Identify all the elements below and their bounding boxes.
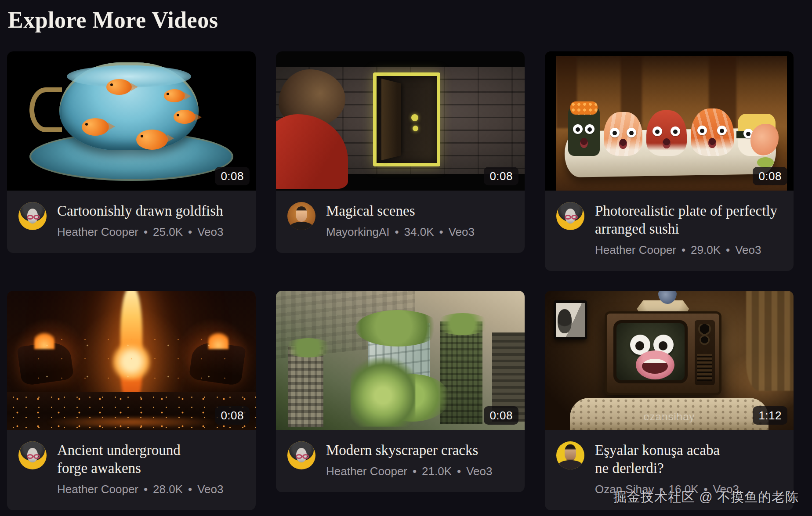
author-name[interactable]: MayorkingAI [326,225,390,239]
video-card[interactable]: 0:08 Photorealistic plate of perfectly a… [545,51,794,271]
view-count: 28.0K [153,483,183,496]
duration-badge: 1:12 [753,406,787,425]
cartoon-eye [585,124,594,134]
cartoon-eye [627,128,636,137]
video-thumbnail-tv[interactable]: ozansihay 1:12 [545,291,794,430]
bullet-separator: • [439,225,443,239]
glasses-icon [296,454,302,459]
card-text: Modern skyscraper cracks Heather Cooper … [326,441,492,478]
door-knob-illustration [411,114,418,121]
video-card[interactable]: 0:08 Cartoonishly drawn goldfish Heather… [7,51,256,253]
cartoon-mouth [619,139,627,149]
card-text: Eşyalar konuşa acaba ne derlerdi? Ozan S… [595,441,739,496]
chalk-door-illustration [373,72,440,166]
explore-videos-page: { "page": { "title": "Explore More Video… [0,0,812,516]
video-meta: MayorkingAI • 34.0K • Veo3 [326,225,475,239]
duration-badge: 0:08 [753,167,787,185]
model-label: Veo3 [197,483,223,496]
duration-badge: 0:08 [215,167,250,185]
bullet-separator: • [395,225,399,239]
brick-wall-illustration [276,67,525,174]
model-label: Veo3 [449,225,475,239]
bullet-separator: • [144,225,148,239]
model-label: Veo3 [466,465,492,478]
video-thumbnail-forge[interactable]: 0:08 [7,291,256,430]
bullet-separator: • [682,243,685,257]
tv-screen-illustration [613,320,688,383]
glasses-icon [302,454,309,459]
video-meta: Heather Cooper • 28.0K • Veo3 [57,483,223,496]
avatar[interactable] [556,202,584,230]
page-title: Explore More Videos [8,7,812,33]
video-title[interactable]: Modern skyscraper cracks [326,441,492,459]
bullet-separator: • [413,465,417,478]
cartoon-eye [652,126,662,136]
cartoon-eye [717,126,727,135]
author-name[interactable]: Heather Cooper [595,243,676,257]
rooftop-vegetation-illustration [283,338,333,357]
cartoon-eye [610,128,620,137]
cartoon-eye [671,126,680,136]
view-count: 25.0K [153,225,183,239]
cartoon-mouth [580,138,588,148]
avatar[interactable] [287,202,315,230]
video-thumbnail-sushi[interactable]: 0:08 [545,51,794,191]
cartoon-mouth [708,138,716,148]
glasses-icon [27,454,33,459]
rooftop-vegetation-illustration [435,313,490,336]
video-card[interactable]: 0:08 Ancient underground forge awakens H… [7,291,256,510]
bullet-separator: • [457,465,461,478]
video-thumbnail-city[interactable]: 0:08 [276,291,525,430]
view-count: 34.0K [404,225,434,239]
card-text: Magical scenes MayorkingAI • 34.0K • Veo… [326,202,475,239]
avatar[interactable] [556,441,584,469]
tv-control-panel-illustration [695,320,715,385]
card-body: Cartoonishly drawn goldfish Heather Coop… [7,191,256,253]
nori-roll-illustration [568,107,600,156]
duration-badge: 0:08 [484,167,518,185]
cartoon-mouth [663,138,671,148]
video-title[interactable]: Cartoonishly drawn goldfish [57,202,223,220]
tuna-nigiri-illustration [646,110,687,156]
pillarbox-bar [787,51,794,191]
bullet-separator: • [188,483,192,496]
duration-badge: 0:08 [215,406,250,425]
avatar[interactable] [287,441,315,469]
video-card[interactable]: ozansihay 1:12 Eşyalar konuşa acaba ne d… [545,291,794,510]
avatar[interactable] [18,202,47,230]
card-text: Ancient underground forge awakens Heathe… [57,441,223,496]
author-name[interactable]: Heather Cooper [57,483,138,496]
door-knob-illustration [413,126,418,131]
video-card[interactable]: 0:08 Magical scenes MayorkingAI • 34.0K … [276,51,525,253]
model-label: Veo3 [735,243,761,257]
goldfish-illustration [82,118,109,136]
card-text: Photorealistic plate of perfectly arrang… [595,202,782,257]
card-body: Magical scenes MayorkingAI • 34.0K • Veo… [276,191,525,253]
skyscraper-illustration [288,346,323,427]
duration-badge: 0:08 [484,406,518,425]
video-grid: 0:08 Cartoonishly drawn goldfish Heather… [7,51,805,510]
video-title[interactable]: Photorealistic plate of perfectly arrang… [595,202,782,238]
author-name[interactable]: Heather Cooper [326,465,407,478]
video-title[interactable]: Magical scenes [326,202,475,220]
glasses-icon [33,215,40,220]
video-title[interactable]: Eşyalar konuşa acaba ne derlerdi? [595,441,720,477]
avatar[interactable] [18,441,47,469]
foreground-plant-illustration [351,357,415,427]
card-body: Modern skyscraper cracks Heather Cooper … [276,430,525,492]
sparks-illustration [27,330,236,402]
mouth-illustration [636,350,674,379]
model-label: Veo3 [197,225,223,239]
card-text: Cartoonishly drawn goldfish Heather Coop… [57,202,223,239]
bullet-separator: • [188,225,192,239]
site-watermark: 掘金技术社区 @ 不摸鱼的老陈 [613,488,799,506]
salmon-nigiri-illustration [691,108,734,156]
goldfish-illustration [164,89,185,102]
glasses-icon [33,454,40,459]
video-card[interactable]: 0:08 Modern skyscraper cracks Heather Co… [276,291,525,492]
video-title[interactable]: Ancient underground forge awakens [57,441,211,477]
author-name[interactable]: Heather Cooper [57,225,138,239]
video-thumbnail-magical[interactable]: 0:08 [276,51,525,191]
video-thumbnail-goldfish[interactable]: 0:08 [7,51,256,191]
video-meta: Heather Cooper • 25.0K • Veo3 [57,225,223,239]
